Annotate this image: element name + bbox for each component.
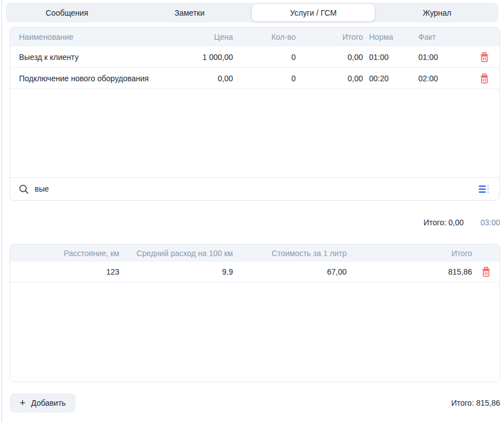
service-total: 0,00 [296, 74, 363, 83]
delete-fuel-row-button[interactable] [480, 266, 492, 278]
tab-notes[interactable]: Заметки [128, 3, 251, 22]
services-table: Наименование Цена Кол-во Итого Норма Фак… [10, 27, 500, 201]
add-button-label: Добавить [31, 398, 66, 407]
services-summary: Итого: 0,00 03:00 [10, 201, 500, 244]
trash-icon [482, 267, 491, 277]
service-price: 1 000,00 [178, 53, 233, 62]
left-divider [1, 0, 2, 422]
fuel-grand-total: Итого: 815,86 [451, 398, 500, 407]
services-table-header: Наименование Цена Кол-во Итого Норма Фак… [10, 27, 500, 47]
service-list-options-button[interactable] [478, 184, 491, 194]
col-header-total: Итого [296, 33, 363, 41]
service-fact: 01:00 [418, 53, 469, 62]
col-header-distance: Расстояние, км [10, 249, 119, 258]
service-norm: 01:00 [363, 53, 418, 62]
service-fact: 02:00 [418, 74, 469, 83]
fuel-distance: 123 [10, 267, 119, 276]
service-search-input[interactable] [35, 184, 472, 193]
tab-services-fuel[interactable]: Услуги / ГСМ [252, 4, 375, 21]
services-fact-total: 03:00 [480, 218, 500, 227]
service-total: 0,00 [296, 53, 363, 62]
fuel-liter-price: 67,00 [233, 267, 347, 276]
fuel-total: 815,86 [347, 267, 472, 276]
delete-service-button[interactable] [479, 51, 490, 63]
col-header-consumption: Средний расход на 100 км [119, 249, 233, 258]
col-header-name: Наименование [10, 33, 178, 41]
service-row[interactable]: Выезд к клиенту 1 000,00 0 0,00 01:00 01… [10, 47, 500, 68]
fuel-table-header: Расстояние, км Средний расход на 100 км … [10, 244, 500, 262]
col-header-fact: Факт [418, 33, 469, 41]
tab-bar: Сообщения Заметки Услуги / ГСМ Журнал [6, 3, 498, 22]
service-search-row [10, 177, 500, 200]
fuel-table: Расстояние, км Средний расход на 100 км … [10, 244, 500, 382]
search-icon [19, 184, 29, 194]
services-total: Итого: 0,00 [423, 218, 464, 227]
trash-icon [480, 73, 489, 84]
col-header-total: Итого [347, 249, 472, 258]
add-button[interactable]: + Добавить [10, 393, 76, 412]
service-name: Выезд к клиенту [10, 53, 178, 62]
service-row[interactable]: Подключение нового оборудования 0,00 0 0… [10, 68, 500, 89]
tab-journal-label: Журнал [423, 8, 451, 17]
service-qty: 0 [233, 53, 296, 62]
trash-icon [480, 52, 489, 62]
service-name: Подключение нового оборудования [10, 74, 178, 83]
fuel-consumption: 9.9 [119, 267, 233, 276]
col-header-norm: Норма [363, 33, 418, 41]
fuel-row[interactable]: 123 9.9 67,00 815,86 [10, 262, 500, 282]
tab-services-fuel-label: Услуги / ГСМ [290, 8, 337, 17]
service-qty: 0 [233, 74, 296, 83]
delete-service-button[interactable] [479, 72, 490, 85]
list-options-icon [479, 185, 489, 193]
service-price: 0,00 [178, 74, 233, 83]
service-norm: 00:20 [363, 74, 418, 83]
col-header-price: Цена [178, 33, 233, 41]
col-header-qty: Кол-во [233, 33, 296, 41]
tab-journal[interactable]: Журнал [376, 3, 498, 22]
col-header-liter-price: Стоимость за 1 литр [233, 249, 347, 258]
tab-messages-label: Сообщения [46, 8, 88, 17]
tab-messages[interactable]: Сообщения [6, 3, 128, 22]
footer: + Добавить Итого: 815,86 [10, 393, 500, 412]
tab-notes-label: Заметки [175, 8, 205, 17]
plus-icon: + [20, 398, 26, 408]
